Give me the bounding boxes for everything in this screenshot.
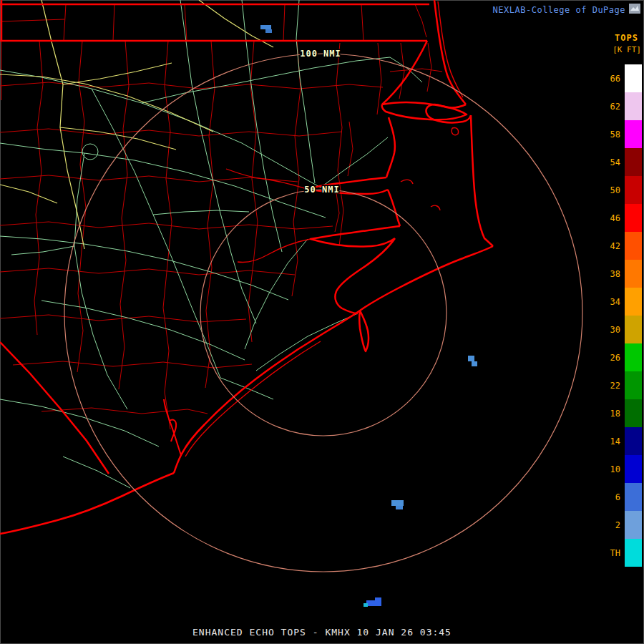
legend-value-label: 2 (596, 520, 625, 530)
legend-row: 26 (596, 343, 642, 371)
echo-tops-legend: TOPS [K FT] 6662585450464238343026221814… (588, 0, 644, 644)
range-ring-100nmi-label: 100 NMI (300, 49, 341, 59)
legend-value-label: 42 (596, 241, 625, 251)
legend-value-label: 38 (596, 269, 625, 279)
legend-row: 6 (596, 483, 642, 511)
legend-value-label: 50 (596, 185, 625, 195)
state-borders (0, 0, 429, 474)
legend-color-swatch (625, 204, 642, 232)
legend-row: 46 (596, 204, 642, 232)
echo-patch (396, 506, 403, 509)
legend-value-label: TH (596, 548, 625, 558)
legend-color-swatch (625, 260, 642, 288)
legend-color-swatch (625, 316, 642, 343)
legend-value-label: 26 (596, 353, 625, 363)
legend-row: 42 (596, 232, 642, 260)
product-caption: ENHANCED ECHO TOPS - KMHX 10 JAN 26 03:4… (0, 627, 644, 638)
legend-value-label: 30 (596, 325, 625, 335)
radar-map: 50 NMI 100 NMI (0, 0, 644, 644)
range-ring-50nmi-label: 50 NMI (304, 185, 339, 195)
legend-row: 22 (596, 371, 642, 399)
legend-value-label: 18 (596, 409, 625, 419)
echo-patch (472, 361, 477, 366)
coastline-detail (185, 1, 463, 457)
legend-color-swatch (625, 539, 642, 567)
legend-color-swatch (625, 148, 642, 176)
legend-row: 50 (596, 176, 642, 204)
legend-value-label: 22 (596, 381, 625, 391)
legend-value-label: 34 (596, 297, 625, 307)
legend-title: TOPS (615, 33, 638, 43)
legend-color-swatch (625, 343, 642, 371)
legend-row: 14 (596, 427, 642, 455)
road-lines (0, 0, 422, 488)
legend-row: 2 (596, 511, 642, 539)
legend-row: TH (596, 539, 642, 567)
echo-patch (391, 500, 404, 506)
coastline-outer-banks (0, 0, 493, 534)
echo-patch (366, 600, 381, 606)
legend-value-label: 66 (596, 74, 625, 84)
legend-color-swatch (625, 455, 642, 483)
echo-patch (260, 25, 271, 29)
echo-patches (260, 25, 477, 607)
highway-lines (0, 0, 273, 249)
legend-row: 34 (596, 288, 642, 316)
legend-color-swatch (625, 232, 642, 260)
legend-unit-label: [K FT] (613, 45, 641, 54)
legend-row: 62 (596, 92, 642, 120)
legend-color-swatch (625, 176, 642, 204)
legend-row: 66 (596, 64, 642, 92)
legend-color-swatch (625, 92, 642, 120)
legend-row: 30 (596, 316, 642, 343)
beltline-loop (82, 144, 98, 160)
legend-color-swatch (625, 511, 642, 539)
legend-color-swatch (625, 371, 642, 399)
legend-value-label: 6 (596, 492, 625, 502)
echo-patch (265, 29, 272, 33)
legend-value-label: 46 (596, 213, 625, 223)
legend-color-swatch (625, 120, 642, 148)
legend-row: 58 (596, 120, 642, 148)
legend-value-label: 54 (596, 157, 625, 167)
echo-patch (468, 356, 474, 361)
legend-color-swatch (625, 427, 642, 455)
legend-value-label: 14 (596, 436, 625, 447)
legend-row: 38 (596, 260, 642, 288)
legend-color-swatch (625, 483, 642, 511)
legend-row: 18 (596, 399, 642, 427)
radar-viewport: 50 NMI 100 NMI NEXLAB-College of DuPage … (0, 0, 644, 644)
legend-scale: 66625854504642383430262218141062TH (596, 64, 642, 567)
range-ring-100nmi (64, 54, 582, 572)
legend-value-label: 58 (596, 130, 625, 140)
echo-patch (375, 597, 381, 601)
river-lines (226, 169, 311, 263)
legend-row: 54 (596, 148, 642, 176)
legend-color-swatch (625, 399, 642, 427)
legend-value-label: 62 (596, 102, 625, 112)
legend-value-label: 10 (596, 464, 625, 474)
legend-color-swatch (625, 288, 642, 316)
legend-row: 10 (596, 455, 642, 483)
coastline-sound-shore (307, 41, 467, 313)
legend-color-swatch (625, 64, 642, 92)
cape-fear-river (164, 399, 181, 455)
echo-patch (364, 603, 368, 607)
